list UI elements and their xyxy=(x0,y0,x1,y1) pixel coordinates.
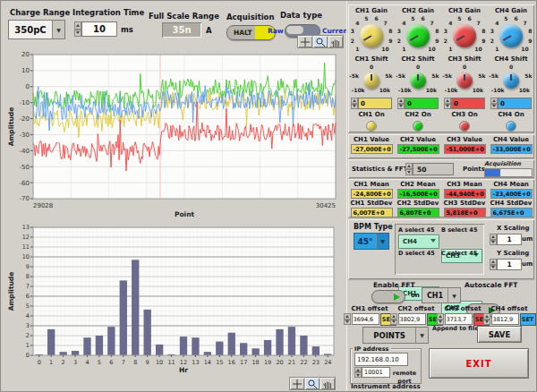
ch1-value: -27,000E+0 xyxy=(351,144,393,154)
zoom-icon[interactable] xyxy=(313,36,328,47)
ch4-offset-value[interactable]: 3812,9 xyxy=(491,313,519,325)
ch2-offset-spinner[interactable] xyxy=(390,313,397,325)
exit-button[interactable]: EXIT xyxy=(429,348,529,379)
zoom-icon[interactable] xyxy=(305,378,320,389)
crosshair-icon[interactable] xyxy=(290,378,304,389)
ch3-offset-value[interactable]: 3713,7 xyxy=(445,313,473,325)
ch4-on-led[interactable] xyxy=(506,121,516,132)
chevron-down-icon[interactable]: ▼ xyxy=(52,21,64,38)
ch3-offset-spinner[interactable] xyxy=(437,313,444,325)
mean-stddev-panel: CH1 Mean -24,800E+0 CH2 Mean -16,500E+0 … xyxy=(348,179,534,217)
ch3-mean-label: CH3 Mean xyxy=(447,181,482,189)
dial-tick-label: 4 xyxy=(355,20,359,26)
y-scaling-unit: um xyxy=(522,260,533,268)
ch4-set-button[interactable]: SET xyxy=(520,313,536,326)
ch2-shift-value[interactable]: 0 xyxy=(405,98,439,109)
full-scale-value: 35n xyxy=(162,22,201,38)
enable-fft-toggle[interactable] xyxy=(371,290,405,303)
points-value[interactable]: 50 xyxy=(413,163,454,175)
points-spinner[interactable] xyxy=(405,163,413,175)
x-scaling-unit: um xyxy=(522,235,533,243)
ch2-shift-spinner[interactable] xyxy=(397,98,405,109)
dial-tick-label: 5 xyxy=(411,15,414,21)
ip-address-input[interactable]: 192.168.0.10 xyxy=(354,353,408,366)
ch1-shift-spinner[interactable] xyxy=(351,98,358,109)
integration-time-value[interactable]: 10 xyxy=(81,21,117,37)
histogram-palette[interactable] xyxy=(289,377,336,390)
ch2-on-led[interactable] xyxy=(413,121,423,132)
y-scaling-control[interactable]: 1 xyxy=(490,259,522,270)
dial-tick-label: 3 xyxy=(397,28,401,34)
x-scaling-control[interactable]: 1 xyxy=(490,234,522,245)
y-scaling-spinner[interactable] xyxy=(490,259,497,270)
ch4-shift-value[interactable]: 0 xyxy=(498,98,532,109)
ch2-shift-knob[interactable]: -10k-5k05k10k xyxy=(396,64,440,97)
dial-tick-label: -5k xyxy=(396,72,405,78)
ch3-on-led[interactable] xyxy=(459,121,470,132)
ch1-shift-value[interactable]: 0 xyxy=(358,98,392,109)
dial-tick-label: 10 xyxy=(474,45,482,51)
ch1-gain-label: CH1 Gain xyxy=(355,7,388,15)
points-mode-select[interactable]: POINTS ▼ xyxy=(362,327,429,344)
save-button[interactable]: SAVE xyxy=(477,326,522,343)
svg-text:Hr: Hr xyxy=(179,366,188,374)
ch4-gain-knob[interactable]: 12345678910 xyxy=(489,15,533,55)
dial-tick-label: -10k xyxy=(398,87,412,93)
ch2-offset-value[interactable]: 3802,9 xyxy=(398,313,426,325)
full-scale-unit: A xyxy=(206,26,212,35)
ch1-on-led[interactable] xyxy=(366,121,377,132)
histogram-chart[interactable]: 0123456789101112130123456789101112131415… xyxy=(6,223,345,377)
a-select-value: CH4 xyxy=(403,238,417,245)
ch1-shift-knob[interactable]: -10k-5k05k10k xyxy=(349,64,394,97)
dial-tick-label: 4 xyxy=(495,20,499,26)
x-scaling-value[interactable]: 1 xyxy=(497,234,522,245)
ch4-offset-spinner[interactable] xyxy=(483,313,490,325)
svg-text:14: 14 xyxy=(204,359,211,366)
ch3-shift-spinner[interactable] xyxy=(444,98,451,109)
strip-chart[interactable]: 20100-10-20-30-40-50-60-702902830425Poin… xyxy=(6,49,345,223)
pan-icon[interactable] xyxy=(328,36,343,47)
ch1-offset-spinner[interactable] xyxy=(344,313,351,325)
svg-text:Amplitude: Amplitude xyxy=(7,272,15,311)
ch1-gain-knob[interactable]: 12345678910 xyxy=(349,15,394,55)
ch4-stddev: 6,675E+0 xyxy=(490,208,533,217)
channel-values-panel: CH1 Value -27,000E+0 CH2 Value -27,500E+… xyxy=(348,134,534,158)
remote-port-value[interactable]: 10001 xyxy=(362,367,390,378)
svg-text:21: 21 xyxy=(288,359,295,366)
ch2-on-label: CH2 On xyxy=(405,111,430,119)
y-scaling-value[interactable]: 1 xyxy=(497,259,522,270)
bpm-panel: BPM Type 45° ▼ A select 45 CH4 B select … xyxy=(348,219,534,279)
integration-time-spinner[interactable] xyxy=(74,21,81,37)
ch2-gain-knob[interactable]: 12345678910 xyxy=(396,15,440,55)
ch1-on-label: CH1 On xyxy=(358,111,384,119)
strip-chart-palette[interactable] xyxy=(297,35,344,48)
remote-port-spinner[interactable] xyxy=(354,367,362,378)
ch1-column: CH1 Gain 12345678910 CH1 Shift -10k-5k05… xyxy=(349,7,395,132)
points-control[interactable]: 50 xyxy=(405,163,454,175)
integration-time-control[interactable]: 10 xyxy=(74,21,117,37)
exit-button-label: EXIT xyxy=(465,359,491,369)
ch2-column: CH2 Gain 12345678910 CH2 Shift -10k-5k05… xyxy=(396,7,441,132)
pan-icon[interactable] xyxy=(320,378,335,389)
ch3-shift-value[interactable]: 0 xyxy=(451,98,485,109)
ch4-shift-knob[interactable]: -10k-5k05k10k xyxy=(489,64,533,97)
ch4-shift-spinner[interactable] xyxy=(490,98,498,109)
svg-text:23: 23 xyxy=(312,359,320,366)
bpm-type-select[interactable]: 45° ▼ xyxy=(354,233,389,250)
ch3-gain-knob[interactable]: 12345678910 xyxy=(442,15,487,55)
chevron-down-icon[interactable]: ▼ xyxy=(448,288,460,303)
svg-text:-20: -20 xyxy=(20,115,30,123)
ch1-offset-value[interactable]: 3694,6 xyxy=(352,313,379,325)
svg-text:-10: -10 xyxy=(20,99,30,107)
charge-range-select[interactable]: 350pC ▼ xyxy=(8,20,65,39)
ch3-shift-knob[interactable]: -10k-5k05k10k xyxy=(442,64,487,97)
x-scaling-spinner[interactable] xyxy=(490,234,497,245)
remote-port-control[interactable]: 10001 xyxy=(354,367,390,378)
a-select-45[interactable]: CH4 xyxy=(398,234,439,249)
crosshair-icon[interactable] xyxy=(298,36,312,47)
dial-tick-label: 7 xyxy=(523,20,526,26)
chevron-down-icon[interactable]: ▼ xyxy=(376,234,388,249)
chevron-down-icon[interactable]: ▼ xyxy=(415,328,428,343)
fft-channel-select[interactable]: CH1 ▼ xyxy=(422,287,461,303)
ch4-column: CH4 Gain 12345678910 CH4 Shift -10k-5k05… xyxy=(489,7,534,132)
